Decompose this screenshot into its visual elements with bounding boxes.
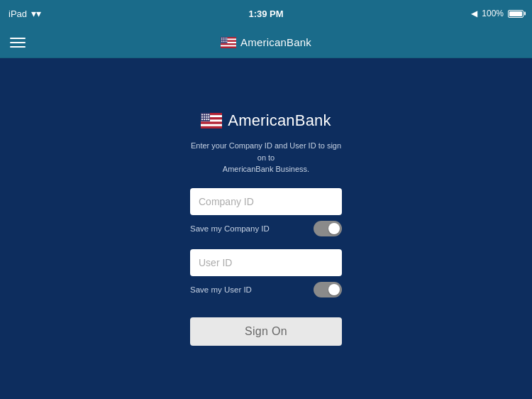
status-right: ◀ 100% xyxy=(471,9,523,18)
login-subtitle: Enter your Company ID and User ID to sig… xyxy=(190,140,342,175)
svg-rect-24 xyxy=(201,122,222,124)
svg-rect-5 xyxy=(221,45,236,46)
hamburger-line-3 xyxy=(10,46,26,48)
status-time: 1:39 PM xyxy=(248,9,283,19)
battery-pct: 100% xyxy=(482,9,504,18)
logo-flag-icon xyxy=(201,113,222,129)
svg-point-35 xyxy=(208,116,209,118)
hamburger-line-2 xyxy=(10,42,26,43)
svg-point-8 xyxy=(221,37,223,38)
status-left: iPad ▾▾ xyxy=(9,8,41,19)
hamburger-line-1 xyxy=(10,38,26,39)
svg-point-11 xyxy=(226,37,228,38)
wifi-icon: ▾▾ xyxy=(31,8,41,19)
location-icon: ◀ xyxy=(471,9,477,18)
status-bar: iPad ▾▾ 1:39 PM ◀ 100% xyxy=(0,0,532,27)
svg-rect-6 xyxy=(221,46,236,48)
save-user-id-row: Save my User ID xyxy=(190,282,342,297)
battery-icon xyxy=(508,10,523,18)
svg-point-15 xyxy=(226,39,228,40)
save-company-id-row: Save my Company ID xyxy=(190,221,342,236)
svg-point-30 xyxy=(206,114,208,116)
nav-bar: AmericanBank xyxy=(0,27,532,58)
svg-point-37 xyxy=(204,119,205,120)
svg-point-10 xyxy=(225,37,226,38)
save-company-id-label: Save my Company ID xyxy=(190,224,270,233)
svg-point-34 xyxy=(206,116,208,118)
login-card: AmericanBank Enter your Company ID and U… xyxy=(190,111,342,346)
svg-rect-4 xyxy=(221,43,236,45)
svg-point-31 xyxy=(208,114,209,116)
nav-logo-text: AmericanBank xyxy=(240,36,311,48)
svg-point-36 xyxy=(201,119,203,120)
svg-point-32 xyxy=(201,116,203,118)
logo-area: AmericanBank xyxy=(201,111,331,130)
svg-point-16 xyxy=(221,40,223,42)
company-id-input[interactable] xyxy=(190,188,342,215)
svg-point-9 xyxy=(223,37,224,38)
svg-point-33 xyxy=(204,116,205,118)
user-id-input[interactable] xyxy=(190,249,342,276)
svg-point-28 xyxy=(201,114,203,116)
save-user-id-toggle[interactable] xyxy=(314,282,342,297)
sign-on-button[interactable]: Sign On xyxy=(190,317,342,346)
logo-text: AmericanBank xyxy=(228,111,331,130)
svg-point-14 xyxy=(225,39,226,40)
nav-flag-icon xyxy=(221,37,236,48)
device-label: iPad xyxy=(9,9,27,19)
svg-rect-25 xyxy=(201,124,222,126)
save-user-id-label: Save my User ID xyxy=(190,285,252,294)
svg-point-12 xyxy=(221,39,223,40)
main-content: AmericanBank Enter your Company ID and U… xyxy=(0,58,532,399)
svg-point-17 xyxy=(223,40,224,42)
svg-point-18 xyxy=(225,40,226,42)
save-company-id-toggle[interactable] xyxy=(314,221,342,236)
svg-point-19 xyxy=(226,40,228,42)
battery-fill xyxy=(509,11,522,16)
svg-point-38 xyxy=(206,119,208,120)
svg-rect-26 xyxy=(201,126,222,129)
svg-point-13 xyxy=(223,39,224,40)
nav-logo: AmericanBank xyxy=(221,36,311,48)
hamburger-button[interactable] xyxy=(10,38,26,48)
svg-point-39 xyxy=(208,119,209,120)
svg-point-29 xyxy=(204,114,205,116)
